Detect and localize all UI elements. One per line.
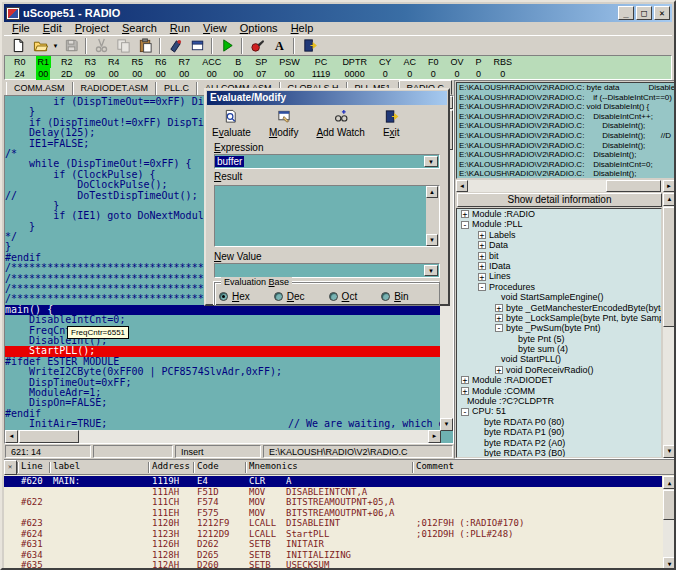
run-icon[interactable] — [216, 37, 238, 55]
radio-bin[interactable]: Bin — [381, 291, 408, 302]
scroll-thumb[interactable] — [663, 207, 676, 327]
chevron-down-icon[interactable]: ▼ — [424, 265, 438, 276]
menu-search[interactable]: Search — [116, 22, 163, 35]
disassembly-row[interactable]: #6241123H1212D9LCALLStartPLL;012D9H (:PL… — [4, 529, 662, 540]
tab-comm.asm[interactable]: COMM.ASM — [6, 82, 73, 95]
register-cy[interactable]: CY0 — [373, 56, 398, 79]
scroll-right-icon[interactable]: ► — [663, 180, 675, 192]
tree-node[interactable]: void StartPLL() — [457, 354, 661, 364]
tab-pll.c[interactable]: PLL.C — [156, 82, 197, 95]
tree-node[interactable]: +Module :RADIODET — [457, 375, 661, 385]
tree-node[interactable]: +Data — [457, 240, 661, 250]
disassembly-row[interactable]: 111AHF51DMOVDISABLEINTCNT,A — [4, 487, 662, 498]
tree-node[interactable]: byte sum (4) — [457, 344, 661, 354]
search-results-list[interactable]: E:\KALOUSH\RADIO\V2\RADIO.C: byte data D… — [456, 82, 675, 179]
menu-view[interactable]: View — [197, 22, 233, 35]
tree-node[interactable]: +Module :COMM — [457, 386, 661, 396]
register-r6[interactable]: R600 — [149, 56, 173, 79]
register-r3[interactable]: R309 — [79, 56, 103, 79]
tab-radiodet.asm[interactable]: RADIODET.ASM — [73, 82, 157, 95]
open-dropdown-icon[interactable]: ▼ — [51, 37, 60, 55]
radio-dec[interactable]: Dec — [274, 291, 305, 302]
tree-node[interactable]: -Procedures — [457, 282, 661, 292]
column-header-line[interactable]: Line — [21, 461, 43, 471]
search-result-row[interactable]: E:\KALOUSH\RADIO\V2\RADIO.C: if (--Disab… — [457, 93, 674, 103]
tree-node[interactable]: +IData — [457, 261, 661, 271]
minimize-button[interactable]: _ — [618, 6, 634, 20]
search-result-row[interactable]: E:\KALOUSH\RADIO\V2\RADIO.C: DisableIntC… — [457, 160, 674, 170]
column-header-label[interactable]: label — [53, 461, 80, 471]
dialog-title[interactable]: Evaluate/Modify — [207, 91, 447, 105]
title-bar[interactable]: uScope51 - RADIO _ □ ✕ — [4, 4, 672, 22]
disassembly-vertical-scrollbar[interactable]: ▲ ▼ — [663, 476, 676, 570]
search-result-row[interactable]: E:\KALOUSH\RADIO\V2\RADIO.C: DisableInt(… — [457, 121, 674, 131]
scroll-up-icon[interactable]: ▲ — [426, 186, 438, 198]
register-dptr[interactable]: DPTR0000 — [336, 56, 373, 79]
list-horizontal-scrollbar[interactable]: ◄ ► — [456, 180, 675, 192]
tree-node[interactable]: Module :?C?CLDPTR — [457, 396, 661, 406]
close-button[interactable]: ✕ — [654, 6, 670, 20]
collapse-icon[interactable]: - — [461, 408, 469, 416]
register-r4[interactable]: R400 — [102, 56, 126, 79]
evaluate-button[interactable]: Evaluate — [212, 109, 251, 138]
code-line[interactable]: InitAir=TRUE; // We are waiting, which e… — [5, 419, 441, 429]
menu-options[interactable]: Options — [234, 22, 284, 35]
add-watch-button[interactable]: Add Watch — [316, 109, 365, 138]
menu-project[interactable]: Project — [69, 22, 115, 35]
disassembly-row[interactable]: #6341128HD265SETBINITIALIZING — [4, 550, 662, 561]
column-header-comment[interactable]: Comment — [416, 461, 454, 471]
window-icon[interactable] — [186, 37, 208, 55]
expression-combo[interactable]: buffer ▼ — [214, 154, 440, 169]
register-rbs[interactable]: RBS0 — [487, 56, 518, 79]
expand-icon[interactable]: + — [478, 252, 486, 260]
code-line[interactable]: DispOn=FALSE; — [5, 398, 441, 408]
font-icon[interactable]: A — [268, 37, 290, 55]
tree-node[interactable]: byte RDATA P1 (90) — [457, 427, 661, 437]
tree-node[interactable]: byte RDATA P3 (B0) — [457, 448, 661, 458]
tree-node[interactable]: +byte _GetManchesterEncodedByte(byte Pnt… — [457, 303, 661, 313]
expand-icon[interactable]: + — [461, 376, 469, 384]
debug-icon[interactable] — [164, 37, 186, 55]
register-r1[interactable]: R100 — [32, 56, 56, 79]
scroll-down-icon[interactable]: ▼ — [663, 445, 676, 458]
tree-node[interactable]: byte RDATA P0 (80) — [457, 417, 661, 427]
scroll-up-icon[interactable]: ▲ — [663, 193, 676, 206]
tree-node[interactable]: void StartSampleEngine() — [457, 292, 661, 302]
register-ov[interactable]: OV0 — [444, 56, 469, 79]
scroll-up-icon[interactable]: ▲ — [663, 476, 676, 489]
scroll-thumb[interactable] — [19, 430, 79, 443]
register-psw[interactable]: PSW00 — [273, 56, 306, 79]
search-result-row[interactable]: E:\KALOUSH\RADIO\V2\RADIO.C: byte data D… — [457, 83, 674, 93]
column-header-code[interactable]: Code — [197, 461, 219, 471]
maximize-button[interactable]: □ — [636, 6, 652, 20]
expand-icon[interactable]: + — [495, 366, 503, 374]
menu-help[interactable]: Help — [285, 22, 320, 35]
scroll-left-icon[interactable]: ◄ — [456, 180, 468, 192]
expand-icon[interactable]: + — [461, 387, 469, 395]
disassembly-row[interactable]: #620MAIN:1119HE4CLRA — [4, 476, 662, 487]
collapse-icon[interactable]: - — [478, 283, 486, 291]
register-r2[interactable]: R22D — [55, 56, 79, 79]
scroll-down-icon[interactable]: ▼ — [426, 234, 438, 246]
expand-icon[interactable]: + — [461, 210, 469, 218]
editor-horizontal-scrollbar[interactable]: ◄ ► — [5, 430, 441, 443]
tree-node[interactable]: byte Pnt (5) — [457, 334, 661, 344]
column-header-mnemonics[interactable]: Mnemonics — [249, 461, 298, 471]
register-r7[interactable]: R700 — [173, 56, 197, 79]
register-r0[interactable]: R024 — [8, 56, 32, 79]
tree-vertical-scrollbar[interactable]: ▲ ▼ — [663, 193, 676, 458]
register-acc[interactable]: ACC00 — [196, 56, 227, 79]
new-file-icon[interactable] — [7, 37, 29, 55]
disassembly-row[interactable]: 111EHF575MOVBITSTREAMOUTPNT+06,A — [4, 508, 662, 519]
result-scrollbar[interactable]: ▲ ▼ — [426, 186, 439, 246]
expand-icon[interactable]: + — [478, 231, 486, 239]
tree-node[interactable]: +bit — [457, 251, 661, 261]
scroll-right-icon[interactable]: ► — [428, 430, 441, 443]
expand-icon[interactable]: + — [478, 241, 486, 249]
register-f0[interactable]: F00 — [422, 56, 445, 79]
search-result-row[interactable]: E:\KALOUSH\RADIO\V2\RADIO.C: DisableIntC… — [457, 112, 674, 122]
register-b[interactable]: B00 — [227, 56, 249, 79]
modify-button[interactable]: Modify — [269, 109, 298, 138]
register-ac[interactable]: AC0 — [397, 56, 422, 79]
tree-node[interactable]: +Labels — [457, 230, 661, 240]
